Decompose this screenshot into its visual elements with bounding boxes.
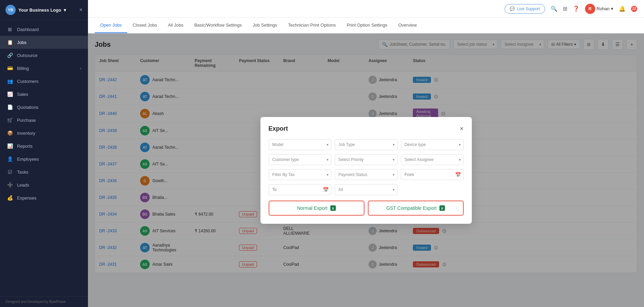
export-modal: Export × Model Job Type: [260, 117, 472, 224]
tax-filter-select[interactable]: Filter By Tax: [269, 169, 331, 180]
billing-label: Billing: [17, 66, 76, 71]
modal-actions: Normal Export x GST Compatible Export x: [269, 201, 464, 216]
normal-export-button[interactable]: Normal Export x: [269, 201, 364, 216]
search-icon[interactable]: 🔍: [551, 5, 557, 12]
sidebar: YB Your Business Logo ▾ × ⊞ Dashboard 📋 …: [0, 0, 88, 307]
purchase-icon: 🛒: [7, 117, 13, 123]
sidebar-item-jobs[interactable]: 📋 Jobs: [0, 36, 88, 49]
sidebar-item-expenses[interactable]: 💰 Expenses: [0, 191, 88, 204]
reports-icon: 📊: [7, 143, 13, 149]
modal-overlay[interactable]: Export × Model Job Type: [88, 33, 644, 307]
chevron-down-icon: ▾: [611, 6, 613, 11]
purchase-label: Purchase: [17, 118, 81, 123]
modal-assignee-select[interactable]: Select Assignee: [401, 154, 464, 165]
gst-export-excel-icon: x: [439, 205, 445, 211]
inventory-icon: 📦: [7, 130, 13, 136]
normal-export-excel-icon: x: [330, 205, 336, 211]
modal-assignee-select-wrapper[interactable]: Select Assignee: [401, 154, 464, 165]
from-date-wrapper[interactable]: 📅: [401, 169, 464, 180]
sidebar-item-purchase[interactable]: 🛒 Purchase: [0, 114, 88, 127]
content-area: Jobs 🔍 Select job status Select Assignee…: [88, 33, 644, 307]
tab-job-settings[interactable]: Job Settings: [247, 18, 283, 33]
grid-icon[interactable]: ⊞: [563, 5, 567, 12]
tab-print-option-settings[interactable]: Print Option Settings: [341, 18, 393, 33]
customer-type-select-wrapper[interactable]: Customer type: [269, 154, 331, 165]
sidebar-item-outsource[interactable]: 🔗 Outsource: [0, 49, 88, 62]
inventory-label: Inventory: [17, 131, 81, 136]
job-type-select[interactable]: Job Type: [335, 139, 398, 150]
customer-type-select[interactable]: Customer type: [269, 154, 331, 165]
payment-status-select[interactable]: Payment Status: [335, 169, 398, 180]
normal-export-label: Normal Export: [297, 205, 327, 211]
sidebar-item-billing[interactable]: 💳 Billing ›: [0, 62, 88, 75]
dashboard-icon: ⊞: [7, 27, 13, 32]
quotations-icon: 📄: [7, 104, 13, 110]
sidebar-item-inventory[interactable]: 📦 Inventory: [0, 127, 88, 140]
dashboard-label: Dashboard: [17, 27, 81, 32]
logo-icon: YB: [5, 5, 16, 15]
priority-select-wrapper[interactable]: Select Priority: [335, 154, 398, 165]
sidebar-logo[interactable]: YB Your Business Logo ▾: [5, 5, 66, 15]
tab-basic-workflow[interactable]: Basic/Workflow Settings: [189, 18, 247, 33]
modal-filters-row1: Model Job Type Device type: [269, 139, 464, 150]
gst-export-label: GST Compatible Export: [386, 205, 437, 211]
sidebar-item-customers[interactable]: 👥 Customers: [0, 75, 88, 88]
from-date-input[interactable]: [401, 169, 464, 180]
payment-status-select-wrapper[interactable]: Payment Status: [335, 169, 398, 180]
expenses-icon: 💰: [7, 195, 13, 201]
tax-filter-select-wrapper[interactable]: Filter By Tax: [269, 169, 331, 180]
tab-all-jobs[interactable]: All Jobs: [162, 18, 189, 33]
sidebar-footer: Designed and Developed by BytePhase: [0, 296, 88, 307]
device-type-select-wrapper[interactable]: Device type: [401, 139, 464, 150]
sidebar-close-button[interactable]: ×: [79, 7, 83, 13]
sidebar-item-tasks[interactable]: ☑ Tasks: [0, 165, 88, 178]
priority-select[interactable]: Select Priority: [335, 154, 398, 165]
all-select[interactable]: All: [335, 184, 398, 195]
tasks-label: Tasks: [17, 170, 81, 175]
device-type-select[interactable]: Device type: [401, 139, 464, 150]
expenses-label: Expenses: [17, 195, 81, 201]
tasks-icon: ☑: [7, 169, 13, 175]
help-icon[interactable]: ❓: [573, 5, 580, 12]
customers-icon: 👥: [7, 78, 13, 84]
modal-title: Export: [269, 125, 288, 132]
modal-filters-row4: 📅 All: [269, 184, 464, 195]
employees-label: Employees: [17, 157, 81, 162]
leads-icon: ➕: [7, 182, 13, 188]
modal-filters-row2: Customer type Select Priority Select Ass…: [269, 154, 464, 165]
topbar: 💬 Live Support 🔍 ⊞ ❓ R Rohan ▾ 🔔 22: [88, 0, 644, 18]
sidebar-item-dashboard[interactable]: ⊞ Dashboard: [0, 23, 88, 36]
sales-icon: 📈: [7, 91, 13, 97]
model-select[interactable]: Model: [269, 139, 331, 150]
to-date-input[interactable]: [269, 184, 331, 195]
sidebar-item-quotations[interactable]: 📄 Quotations: [0, 101, 88, 114]
modal-header: Export ×: [269, 125, 464, 132]
notification-bell-icon[interactable]: 🔔: [619, 5, 626, 12]
tab-open-jobs[interactable]: Open Jobs: [95, 18, 127, 33]
sidebar-item-reports[interactable]: 📊 Reports: [0, 140, 88, 152]
modal-close-button[interactable]: ×: [460, 125, 464, 132]
gst-export-button[interactable]: GST Compatible Export x: [368, 201, 464, 216]
sidebar-item-employees[interactable]: 👤 Employees: [0, 152, 88, 165]
job-type-select-wrapper[interactable]: Job Type: [335, 139, 398, 150]
modal-filters-row3: Filter By Tax Payment Status 📅: [269, 169, 464, 180]
all-select-wrapper[interactable]: All: [335, 184, 398, 195]
sidebar-item-leads[interactable]: ➕ Leads: [0, 178, 88, 191]
sidebar-item-sales[interactable]: 📈 Sales: [0, 88, 88, 101]
sidebar-header: YB Your Business Logo ▾ ×: [0, 0, 88, 20]
live-support-button[interactable]: 💬 Live Support: [505, 4, 545, 14]
chat-icon: 💬: [510, 6, 515, 11]
model-select-wrapper[interactable]: Model: [269, 139, 331, 150]
billing-icon: 💳: [7, 65, 13, 71]
tab-overview[interactable]: Overview: [393, 18, 422, 33]
to-date-wrapper[interactable]: 📅: [269, 184, 331, 195]
user-menu[interactable]: R Rohan ▾: [585, 4, 613, 14]
tab-technician-print[interactable]: Technician Print Options: [283, 18, 341, 33]
customers-label: Customers: [17, 79, 81, 84]
logo-text: Your Business Logo: [18, 8, 61, 13]
notification-count: 22: [631, 6, 637, 12]
tab-closed-jobs[interactable]: Closed Jobs: [127, 18, 163, 33]
leads-label: Leads: [17, 182, 81, 188]
outsource-icon: 🔗: [7, 53, 13, 58]
quotations-label: Quotations: [17, 105, 81, 110]
